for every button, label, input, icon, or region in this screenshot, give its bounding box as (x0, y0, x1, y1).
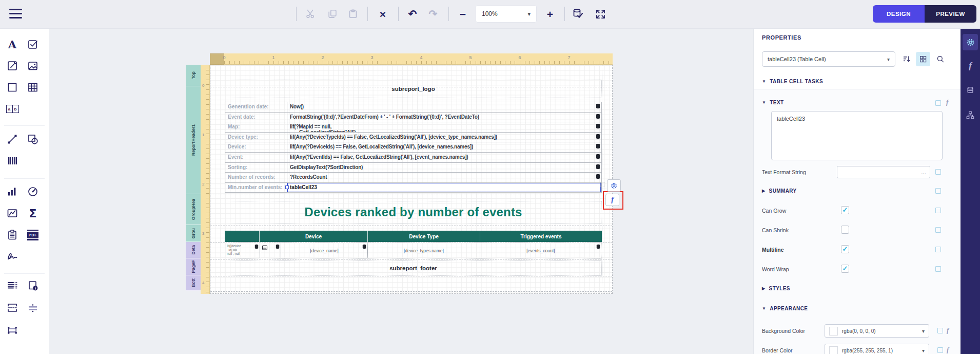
data-cell-device-name[interactable]: [device_name] (281, 243, 368, 258)
zoom-in-button[interactable]: + (541, 5, 559, 23)
cell-tasks-button[interactable] (607, 179, 621, 192)
table-row[interactable]: Map: Iif(?MapId == null,GetLocalizedStri… (225, 122, 601, 133)
subreport-control-button[interactable] (4, 227, 21, 243)
sparkline-control-button[interactable] (4, 205, 21, 221)
property-state-icon[interactable] (937, 328, 943, 333)
expression-button[interactable]: f (605, 194, 619, 206)
barcode-control-button[interactable] (4, 153, 21, 169)
section-styles[interactable]: ▶ STYLES (762, 286, 790, 291)
selection-handle[interactable] (285, 185, 289, 189)
table-row[interactable]: Event: Iif(Any(?EventIds) == False, GetL… (225, 153, 601, 163)
gauge-control-button[interactable] (25, 183, 41, 200)
expressions-strip-button[interactable]: f (963, 58, 978, 73)
section-summary[interactable]: ▶ SUMMARY (762, 188, 797, 194)
preview-tab[interactable]: PREVIEW (925, 5, 976, 23)
menu-icon[interactable] (9, 8, 23, 20)
page-info-control-button[interactable] (25, 277, 41, 294)
cut-button[interactable] (302, 5, 319, 23)
subreport-footer-cell[interactable]: subreport_footer (225, 260, 602, 276)
table-control-button[interactable] (25, 79, 41, 96)
label-control-button[interactable]: A (4, 36, 21, 52)
redo-button[interactable]: ↷ (424, 5, 442, 23)
zoom-level-select[interactable]: 100% ▾ (476, 5, 537, 23)
sort-properties-button[interactable] (900, 53, 913, 65)
report-page[interactable]: subreport_logo Generation date: Now() Ev… (210, 65, 613, 294)
parameters-table[interactable]: Generation date: Now() Event date: Forma… (225, 102, 602, 193)
table-of-contents-control-button[interactable] (4, 277, 21, 294)
band-separator[interactable] (210, 291, 612, 292)
paste-button[interactable] (344, 5, 362, 23)
picture-control-button[interactable] (25, 58, 41, 74)
fx-icon[interactable]: f (947, 326, 949, 334)
property-state-icon[interactable] (935, 208, 941, 213)
pdf-content-control-button[interactable]: PDF (25, 227, 41, 243)
fx-icon[interactable]: f (946, 98, 948, 106)
band-top-margin[interactable]: Top (186, 65, 201, 86)
border-color-dropdown[interactable]: rgba(255, 255, 255, 1) ▾ (825, 344, 929, 354)
checkbox-control-button[interactable] (25, 36, 41, 52)
property-state-icon[interactable] (935, 266, 941, 272)
section-text[interactable]: ▼ TEXT (762, 100, 784, 105)
band-bottom-margin[interactable]: Bott (186, 275, 201, 291)
band-separator[interactable] (210, 276, 612, 276)
data-table-row[interactable]: Iif([device _id] == null , null [device_… (225, 243, 602, 258)
zoom-out-button[interactable]: − (454, 5, 472, 23)
ellipsis-button[interactable]: … (921, 170, 930, 175)
chart-control-button[interactable] (4, 183, 21, 200)
properties-strip-button[interactable] (963, 34, 978, 50)
can-shrink-checkbox[interactable]: ✓ (841, 226, 849, 234)
table-row[interactable]: Device: Iif(Any(?DeviceIds) == False, Ge… (225, 142, 601, 153)
band-group-header[interactable]: GroupHea (186, 194, 201, 225)
background-color-dropdown[interactable]: rgba(0, 0, 0, 0) ▾ (825, 324, 929, 338)
cell-text-input[interactable]: tableCell23 (771, 111, 943, 160)
band-separator[interactable] (210, 259, 612, 259)
table-row-selected[interactable]: Min.number of events: tableCell23 (225, 183, 601, 193)
selected-table-cell[interactable]: tableCell23 (287, 183, 601, 193)
property-state-icon[interactable] (935, 188, 941, 194)
page-break-control-button[interactable] (4, 300, 21, 316)
fx-icon[interactable]: f (947, 346, 949, 354)
copy-button[interactable] (324, 5, 341, 23)
can-grow-checkbox[interactable]: ✓ (841, 206, 849, 214)
table-row[interactable]: Device type: Iif(Any(?DeviceTypeIds) == … (225, 133, 601, 143)
delete-button[interactable]: × (374, 5, 391, 23)
richtext-control-button[interactable] (4, 58, 21, 74)
multiline-checkbox[interactable]: ✓ (841, 245, 849, 253)
property-state-icon[interactable] (935, 227, 941, 233)
panel-control-button[interactable] (4, 79, 21, 96)
element-selector-dropdown[interactable]: tableCell23 (Table Cell) ▾ (762, 51, 895, 67)
data-cell-expression[interactable]: Iif([device _id] == null , null (225, 243, 260, 258)
band-separator[interactable] (210, 226, 612, 226)
section-table-cell-tasks[interactable]: ▼ TABLE CELL TASKS (762, 79, 823, 84)
design-surface[interactable]: 0 1 2 3 4 5 6 7 0 1 2 3 4 Top ReportHead… (49, 28, 753, 354)
header-cell-triggered-events[interactable]: Triggered events (480, 231, 602, 242)
undo-button[interactable]: ↶ (404, 5, 421, 23)
report-title-cell[interactable]: Devices ranked by number of events (225, 201, 602, 223)
horizontal-line-control-button[interactable] (25, 300, 41, 316)
word-wrap-checkbox[interactable]: ✓ (841, 265, 849, 273)
band-report-header[interactable]: ReportHeader1 (186, 86, 201, 194)
header-cell-device[interactable]: Device (260, 231, 368, 242)
table-row[interactable]: Generation date: Now() (225, 102, 601, 113)
table-row[interactable]: Number of records: ?RecordsCount (225, 173, 601, 183)
data-cell-events-count[interactable]: [events_count] (480, 243, 601, 258)
band-detail[interactable]: Deta (186, 242, 201, 258)
data-sources-strip-button[interactable] (963, 83, 978, 98)
band-group-footer[interactable]: Grou (186, 225, 201, 242)
band-separator[interactable] (210, 195, 612, 195)
fullscreen-button[interactable] (592, 5, 609, 23)
data-cell-device-image[interactable] (260, 243, 281, 258)
validate-bindings-button[interactable] (569, 5, 586, 23)
subreport-logo-cell[interactable]: subreport_logo (225, 80, 602, 98)
table-row[interactable]: Sorting: GetDisplayText(?SortDirection) (225, 163, 601, 173)
grouped-view-button[interactable] (916, 52, 930, 66)
shape-control-button[interactable] (25, 131, 41, 147)
line-control-button[interactable] (4, 131, 21, 147)
data-cell-device-type[interactable]: [device_types.name] (368, 243, 480, 258)
section-appearance[interactable]: ▼ APPEARANCE (762, 306, 808, 311)
report-structure-strip-button[interactable] (963, 107, 978, 123)
table-row[interactable]: Event date: FormatString('{0:d}',?EventD… (225, 113, 601, 123)
header-cell-empty[interactable] (225, 231, 260, 242)
character-comb-control-button[interactable]: ab (4, 101, 21, 117)
band-page-footer[interactable]: PageF (186, 258, 201, 275)
